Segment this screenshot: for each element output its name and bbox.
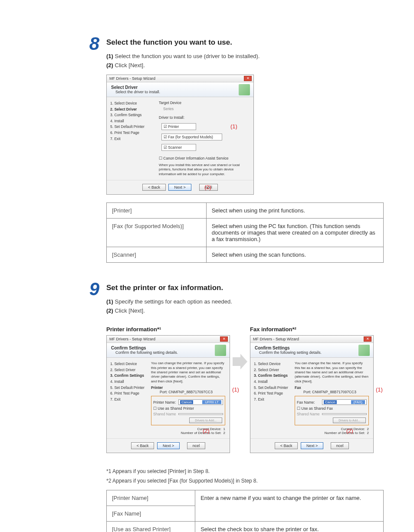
dialog-subheader: Select the driver to install.: [115, 90, 249, 94]
step-number-8: 8: [82, 35, 106, 53]
table-row: [Scanner]Select when using the scan func…: [107, 247, 384, 263]
dialog-title: MF Drivers - Setup Wizard: [109, 337, 155, 341]
next-button[interactable]: Next >: [168, 184, 191, 191]
fax-name-input[interactable]: Canon (FAX): [322, 399, 367, 405]
annotation-2: (2): [346, 428, 353, 434]
kind-label: Fax: [295, 385, 369, 390]
table-row: [Printer]Select when using the print fun…: [107, 203, 384, 219]
next-button[interactable]: Next >: [301, 442, 323, 449]
scanner-checkbox[interactable]: ☑ Scanner: [161, 144, 196, 151]
back-button[interactable]: < Back: [142, 184, 166, 191]
next-button[interactable]: Next >: [157, 442, 180, 449]
annotation-1: (1): [376, 386, 383, 393]
assist-service-checkbox[interactable]: ☐ Canon Driver Information Assist Servic…: [159, 156, 249, 160]
back-button[interactable]: < Back: [275, 442, 298, 449]
fax-name-row: Fax Name: Canon (FAX): [297, 399, 367, 405]
use-shared-printer-checkbox[interactable]: ☐ Use as Shared Printer: [153, 406, 223, 411]
use-shared-fax-checkbox[interactable]: ☐ Use as Shared Fax: [297, 406, 367, 411]
port-label: Port: CNMFNP_88B717097CC3: [303, 390, 369, 394]
cancel-button[interactable]: ncel: [331, 442, 349, 449]
wizard-logo-icon: [358, 345, 370, 356]
functions-table: [Printer]Select when using the print fun…: [106, 202, 384, 263]
fax-info-heading: Fax information*²: [250, 326, 374, 333]
confirm-settings-fax-dialog: MF Drivers - Setup Wizard ✕ Confirm Sett…: [250, 335, 374, 453]
step-8: 8 Select the function you want to use. (…: [82, 35, 384, 263]
shared-name-input: [178, 413, 223, 415]
fax-checkbox[interactable]: ☑ Fax (for Supported Models): [161, 134, 222, 140]
confirm-settings-printer-dialog: MF Drivers - Setup Wizard ✕ Confirm Sett…: [106, 335, 230, 453]
drivers-add-button: Drivers to Add...: [189, 418, 222, 423]
wizard-logo-icon: [239, 84, 250, 95]
step-9-sub1: (1) Specify the settings for each option…: [106, 298, 384, 305]
assist-service-desc: When you install this service and use sh…: [159, 163, 249, 176]
drivers-add-button: Drivers to Add...: [333, 418, 366, 423]
close-icon[interactable]: ✕: [220, 336, 228, 342]
wizard-steps-list: 1. Select Device 2. Select Driver 3. Con…: [107, 97, 154, 180]
dialog-title: MF Drivers - Setup Wizard: [109, 76, 155, 81]
printer-name-row: Printer Name: Canon UFRII LT: [153, 399, 223, 405]
annotation-2: (2): [203, 428, 210, 434]
dialog-header: Select Driver: [111, 85, 138, 90]
close-icon[interactable]: ✕: [364, 336, 371, 342]
dialog-header: Confirm Settings: [111, 346, 146, 350]
dialog-title: MF Drivers - Setup Wizard: [253, 337, 299, 341]
step-9: 9 Set the printer or fax information. (1…: [82, 280, 384, 532]
shared-name-label: Shared Name: [153, 412, 178, 416]
printer-checkbox[interactable]: ☑ Printer: [161, 123, 196, 130]
annotation-2: (2): [204, 184, 211, 190]
shared-name-label: Shared Name: [297, 412, 322, 416]
svg-marker-0: [233, 354, 247, 369]
back-button[interactable]: < Back: [131, 442, 154, 449]
target-device-label: Target Device: [159, 101, 249, 105]
close-icon[interactable]: ✕: [244, 76, 252, 81]
target-series: Series: [163, 107, 249, 111]
kind-label: Printer: [151, 385, 225, 390]
select-driver-dialog: MF Drivers - Setup Wizard ✕ Select Drive…: [106, 75, 254, 195]
step-9-title: Set the printer or fax information.: [106, 284, 384, 292]
footnote-1: *1 Appears if you selected [Printer] in …: [106, 467, 384, 477]
annotation-1: (1): [230, 123, 237, 130]
step-8-title: Select the function you want to use.: [106, 38, 384, 47]
cancel-button[interactable]: ncel: [187, 442, 206, 449]
printer-name-input[interactable]: Canon UFRII LT: [178, 399, 223, 405]
shared-name-input: [322, 413, 367, 415]
dialog-subheader: Confirm the following setting details.: [259, 350, 369, 355]
wizard-logo-icon: [215, 345, 226, 356]
dialog-header: Confirm Settings: [255, 346, 290, 350]
step-8-sub2: (2) Click [Next].: [106, 62, 384, 69]
dialog-pair: Printer information*¹ MF Drivers - Setup…: [106, 318, 384, 461]
intro-text: You can change the fax name. If you spec…: [295, 361, 369, 384]
wizard-steps-list: 1. Select Device 2. Select Driver 3. Con…: [250, 358, 290, 438]
driver-install-label: Driver to Install:: [159, 115, 249, 120]
step-9-sub2: (2) Click [Next].: [106, 307, 384, 314]
wizard-steps-list: 1. Select Device 2. Select Driver 3. Con…: [107, 358, 147, 438]
dialog-subheader: Confirm the following setting details.: [115, 350, 225, 355]
port-label: Port: CNMFNP_88B717097CC3: [160, 390, 225, 394]
step-8-sub1: (1) Select the function you want to use …: [106, 53, 384, 59]
arrow-icon: [233, 353, 247, 370]
intro-text: You can change the printer name. If you …: [151, 361, 225, 384]
step-number-9: 9: [82, 280, 106, 298]
table-row: [Printer Name]Enter a new name if you wa…: [107, 490, 384, 506]
table-row: [Use as Shared Printer]Select the check …: [107, 522, 384, 532]
footnotes: *1 Appears if you selected [Printer] in …: [106, 467, 384, 486]
annotation-1: (1): [232, 386, 239, 393]
settings-table: [Printer Name]Enter a new name if you wa…: [106, 490, 384, 532]
footnote-2: *2 Appears if you selected [Fax (for Sup…: [106, 477, 384, 486]
table-row: [Fax (for Supported Models)]Select when …: [107, 219, 384, 247]
printer-info-heading: Printer information*¹: [106, 326, 230, 333]
